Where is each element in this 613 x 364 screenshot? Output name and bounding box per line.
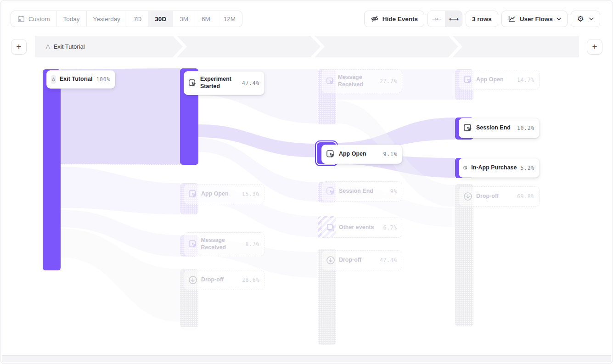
flow-node-card-in-app-purchase-4[interactable]: In-App Purchase 5.2% (459, 158, 540, 178)
stacked-events-icon (326, 223, 335, 232)
date-range-custom[interactable]: Custom (11, 11, 56, 27)
toolbar: Custom Today Yesterday 7D 30D 3M 6M 12M … (11, 11, 600, 27)
add-step-left-button[interactable]: + (11, 39, 27, 55)
collapse-expand-toggle: →← ←→ (427, 11, 462, 27)
flow-node-card-session-end-3[interactable]: Session End 9% (321, 181, 402, 202)
date-range-label: Custom (28, 16, 50, 22)
date-range-30d[interactable]: 30D (148, 11, 173, 27)
add-step-right-button[interactable]: + (587, 39, 602, 55)
flow-node-card-session-end-4[interactable]: Session End 10.2% (459, 118, 540, 138)
flow-node-card-drop-off-4[interactable]: Drop-off 69.8% (459, 186, 540, 207)
rows-button[interactable]: 3 rows (466, 11, 498, 27)
eye-off-icon (371, 15, 379, 23)
flow-node-card-drop-off-3[interactable]: Drop-off 47.4% (321, 250, 402, 270)
gear-icon: ⚙ (577, 15, 584, 23)
collapse-columns-button[interactable]: →← (428, 11, 445, 27)
calendar-icon (17, 15, 25, 22)
event-icon (326, 77, 334, 86)
date-range-7d[interactable]: 7D (127, 11, 148, 27)
event-icon (326, 150, 335, 159)
event-icon (188, 78, 197, 88)
event-icon (188, 240, 197, 249)
chevron-down-icon (589, 17, 594, 21)
event-icon (463, 75, 472, 84)
view-selector-button[interactable]: User Flows (501, 11, 568, 27)
flow-node-card-app-open-2[interactable]: App Open 15.3% (184, 184, 264, 204)
collapse-icon: →← (432, 16, 441, 22)
drop-off-icon (188, 275, 197, 285)
flow-node-card-message-received-3[interactable]: Message Received 27.7% (321, 69, 402, 93)
flow-node-card-app-open-4[interactable]: App Open 14.7% (459, 70, 540, 90)
flow-node-card-message-received-2[interactable]: Message Received 8.7% (184, 232, 264, 256)
date-range-12m[interactable]: 12M (217, 11, 242, 27)
settings-button[interactable]: ⚙ (571, 11, 600, 27)
step-chevron-band (35, 36, 579, 57)
flow-node-bar-exit-tutorial[interactable] (43, 69, 61, 270)
horizontal-scrollbar-track[interactable] (2, 355, 611, 362)
event-icon (463, 123, 472, 133)
step-label: A Exit Tutorial (46, 43, 85, 50)
drop-off-icon (463, 192, 472, 201)
step-a-badge: A (51, 75, 56, 84)
toolbar-right: Hide Events →← ←→ 3 rows User Flows ⚙ (364, 11, 600, 27)
step-badge: A (46, 43, 50, 50)
flow-node-card-exit-tutorial[interactable]: A Exit Tutorial 100% (46, 70, 115, 89)
drop-off-icon (326, 256, 335, 265)
flow-node-card-drop-off-2[interactable]: Drop-off 28.6% (184, 270, 264, 290)
flow-node-card-other-events-3[interactable]: Other events 6.7% (321, 218, 402, 238)
chevron-down-icon (557, 17, 561, 21)
event-icon (188, 190, 197, 199)
date-range-3m[interactable]: 3M (173, 11, 195, 27)
hide-events-button[interactable]: Hide Events (364, 11, 424, 27)
event-icon (463, 163, 467, 173)
flow-node-card-experiment-started[interactable]: Experiment Started 47.4% (184, 71, 264, 95)
date-range-today[interactable]: Today (56, 11, 86, 27)
expand-columns-button[interactable]: ←→ (445, 11, 462, 27)
user-flows-panel: Custom Today Yesterday 7D 30D 3M 6M 12M … (0, 0, 613, 364)
expand-icon: ←→ (449, 16, 458, 22)
flow-chart-icon (508, 15, 516, 23)
date-range-6m[interactable]: 6M (195, 11, 217, 27)
step-title: Exit Tutorial (54, 43, 85, 50)
date-range-group: Custom Today Yesterday 7D 30D 3M 6M 12M (11, 11, 242, 27)
event-icon (326, 187, 335, 196)
date-range-yesterday[interactable]: Yesterday (86, 11, 127, 27)
flow-node-card-app-open-3[interactable]: App Open 9.1% (321, 145, 402, 164)
